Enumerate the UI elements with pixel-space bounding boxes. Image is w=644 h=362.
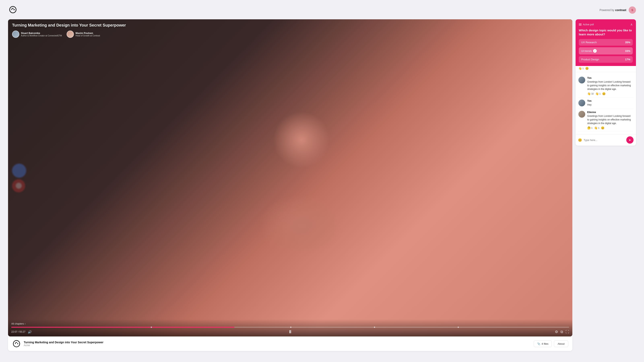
partial-reactions: 👋 1 😊 — [578, 67, 633, 70]
controls-left: 22:07 / 55:27 🔊 — [11, 330, 32, 334]
reaction-wave-1[interactable]: 👋 1 — [594, 126, 599, 129]
files-label: 4 files — [542, 342, 548, 345]
poll-option-3-pct: 17% — [625, 58, 630, 61]
video-info-subtitle: Acme — [24, 344, 104, 347]
tim1-avatar — [578, 77, 585, 83]
speaker-2: Maxim Poulsen Head of Growth at Contrast — [66, 30, 100, 38]
poll-option-2-label: UI trends ✓ — [581, 49, 597, 53]
progress-bar[interactable] — [11, 327, 569, 328]
chat-message-2-text: Hey — [587, 103, 592, 107]
chat-message-1-text: Greetings from London! Looking forward t… — [587, 80, 633, 91]
poll-option-3-label: Product Design — [581, 58, 599, 61]
smile-emoji: 😊 — [585, 67, 589, 70]
poll-option-1-label: UX Research — [581, 41, 597, 44]
poll-header-label: Active poll — [583, 23, 594, 26]
play-pause-button[interactable]: ⏸ — [288, 329, 292, 335]
logo — [8, 5, 18, 15]
bg-icon-blue — [12, 163, 26, 178]
chat-message-1-sender: Tim — [587, 77, 633, 79]
reaction-smile-2[interactable]: 😊 — [601, 126, 604, 129]
poll-question: Which design topic would you like to lea… — [579, 28, 633, 36]
send-icon: ➤ — [629, 138, 631, 142]
chat-message-1-content: Tim Greetings from London! Looking forwa… — [587, 77, 633, 95]
video-section: Turning Marketing and Design into Your S… — [8, 19, 572, 351]
poll-collapse-button[interactable]: ∧ — [630, 22, 633, 26]
option-2-text: UI trends — [581, 49, 592, 52]
speaker1-role: Author & Workflow Creator at ConnectedGT… — [21, 34, 62, 37]
video-title-overlay: Turning Marketing and Design into Your S… — [12, 22, 568, 38]
pip-button[interactable]: ⧉ — [560, 330, 563, 334]
svg-point-1 — [17, 343, 18, 344]
reaction-clap-1[interactable]: 👋 1 — [595, 92, 600, 95]
controls-right: ⚙ ⧉ ⛶ — [555, 330, 569, 334]
poll-option-1-pct: 35% — [625, 41, 630, 44]
video-player[interactable]: Turning Marketing and Design into Your S… — [8, 19, 572, 337]
person-overlay — [8, 19, 572, 337]
etienne-avatar — [578, 111, 585, 118]
fullscreen-button[interactable]: ⛶ — [566, 330, 569, 334]
chat-message-2-sender: Tim — [587, 99, 592, 102]
video-bottom-actions: 📎 4 files About — [534, 341, 568, 347]
tim2-avatar — [578, 99, 585, 106]
powered-by-text: Powered by contrast — [600, 8, 626, 12]
video-info-left: Turning Marketing and Design into Your S… — [12, 339, 104, 348]
volume-icon[interactable]: 🔊 — [28, 330, 32, 334]
controls-row: 22:07 / 55:27 🔊 ⏸ ⚙ ⧉ ⛶ — [11, 330, 569, 334]
partial-reaction-2: 😊 — [585, 67, 589, 70]
poll-icon — [579, 23, 582, 25]
chapters-link[interactable]: All chapters › — [11, 322, 569, 325]
brand-logo — [12, 339, 21, 348]
header-right: Powered by contrast S — [600, 6, 636, 14]
chat-emoji-icon[interactable]: 😊 — [578, 138, 582, 142]
chat-messages: Tim Greetings from London! Looking forwa… — [576, 72, 636, 134]
chapter-dot-3 — [374, 327, 375, 328]
chat-message-3: Etienne Greetings from London! Looking f… — [578, 109, 633, 132]
poll-option-2[interactable]: UI trends ✓ 33% — [579, 47, 633, 54]
poll-option-2-pct: 33% — [625, 49, 630, 52]
selected-check-icon: ✓ — [593, 49, 597, 53]
reaction-smile[interactable]: 😊 — [602, 92, 606, 95]
speaker1-name: Stuart Balcombe — [21, 32, 62, 34]
speaker1-info: Stuart Balcombe Author & Workflow Creato… — [21, 32, 62, 37]
chat-message-3-reactions: 🤔 1 👋 1 😊 — [587, 126, 633, 129]
progress-fill — [11, 327, 234, 328]
poll-header: Active poll ∧ — [579, 22, 633, 26]
partial-reaction-1: 👋 1 — [578, 67, 584, 70]
header: Powered by contrast S — [8, 5, 636, 15]
chapters-label: All chapters — [11, 322, 24, 325]
speaker1-avatar — [12, 30, 19, 38]
user-avatar[interactable]: S — [629, 6, 636, 14]
chat-input-area: 😊 ➤ — [576, 134, 636, 146]
video-bottom-bar: Turning Marketing and Design into Your S… — [8, 337, 572, 351]
settings-button[interactable]: ⚙ — [555, 330, 558, 334]
chat-send-button[interactable]: ➤ — [626, 136, 634, 144]
poll-title-row: Active poll — [579, 23, 594, 26]
chapter-dot-2 — [290, 327, 292, 328]
svg-point-0 — [14, 9, 15, 10]
poll-options: UX Research 35% UI trends ✓ 33% Product … — [579, 39, 633, 63]
reaction-think-1[interactable]: 🤔 1 — [587, 126, 592, 129]
paperclip-icon: 📎 — [537, 342, 540, 345]
about-button[interactable]: About — [554, 341, 568, 347]
background-icons — [8, 159, 30, 196]
video-title: Turning Marketing and Design into Your S… — [12, 22, 568, 28]
chapter-dot-1 — [151, 327, 152, 328]
chat-partial: 👋 1 😊 — [576, 66, 636, 72]
chat-message-3-sender: Etienne — [587, 111, 633, 114]
chat-input[interactable] — [584, 139, 625, 142]
reaction-clap-32[interactable]: 👋 32 — [587, 92, 594, 95]
speaker2-info: Maxim Poulsen Head of Growth at Contrast — [76, 32, 100, 37]
chat-section: 👋 1 😊 Tim Greetings from London! Looking… — [576, 66, 636, 146]
poll-option-3[interactable]: Product Design 17% — [579, 56, 633, 63]
pause-icon: ⏸ — [288, 329, 292, 335]
time-display: 22:07 / 55:27 — [11, 331, 25, 333]
video-background — [8, 19, 572, 337]
files-button[interactable]: 📎 4 files — [534, 341, 552, 347]
chat-message-1: Tim Greetings from London! Looking forwa… — [578, 75, 633, 97]
speaker2-role: Head of Growth at Contrast — [76, 34, 100, 37]
chevron-right-icon: › — [25, 322, 26, 325]
video-info-title: Turning Marketing and Design into Your S… — [24, 341, 104, 344]
poll-option-1[interactable]: UX Research 35% — [579, 39, 633, 46]
bg-icon-red — [12, 179, 25, 192]
video-controls: All chapters › 22:07 / 55:27 — [8, 319, 572, 337]
